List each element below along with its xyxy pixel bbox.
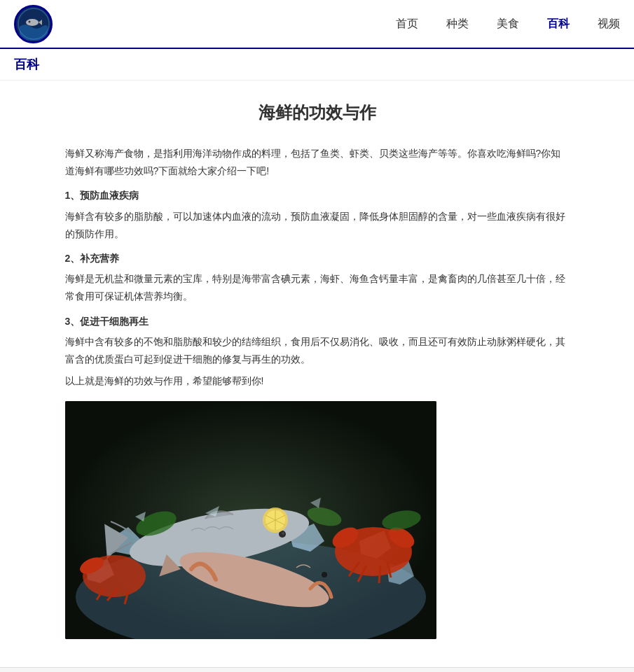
nav-encyclopedia[interactable]: 百科 bbox=[547, 17, 570, 31]
breadcrumb-bar: 百科 bbox=[0, 49, 634, 80]
section1-body: 海鲜含有较多的脂肪酸，可以加速体内血液的流动，预防血液凝固，降低身体胆固醇的含量… bbox=[65, 208, 570, 243]
main-content: 海鲜的功效与作 海鲜又称海产食物，是指利用海洋动物作成的料理，包括了鱼类、虾类、… bbox=[51, 102, 584, 639]
section3-body: 海鲜中含有较多的不饱和脂肪酸和较少的结缔组织，食用后不仅易消化、吸收，而且还可有… bbox=[65, 333, 570, 368]
section3-title: 3、促进干细胞再生 bbox=[65, 313, 570, 330]
nav-species[interactable]: 种类 bbox=[446, 17, 469, 31]
section2-title: 2、补充营养 bbox=[65, 250, 570, 267]
svg-point-3 bbox=[28, 21, 30, 23]
section1-title: 1、预防血液疾病 bbox=[65, 187, 570, 204]
section2-body: 海鲜是无机盐和微量元素的宝库，特别是海带富含碘元素，海虾、海鱼含钙量丰富，是禽畜… bbox=[65, 270, 570, 305]
logo-area bbox=[14, 5, 53, 43]
nav-home[interactable]: 首页 bbox=[396, 17, 418, 31]
site-header: 首页 种类 美食 百科 视频 bbox=[0, 0, 634, 49]
svg-line-25 bbox=[379, 566, 380, 583]
article-conclusion: 以上就是海鲜的功效与作用，希望能够帮到你! bbox=[65, 372, 570, 390]
site-footer: 海鲜美食网 @51CTO博客 bbox=[0, 667, 634, 672]
svg-point-1 bbox=[26, 19, 39, 26]
nav-food[interactable]: 美食 bbox=[497, 17, 519, 31]
svg-point-16 bbox=[282, 532, 284, 535]
article-body: 海鲜又称海产食物，是指利用海洋动物作成的料理，包括了鱼类、虾类、贝类这些海产等等… bbox=[65, 145, 570, 639]
nav-video[interactable]: 视频 bbox=[598, 17, 620, 31]
article-intro: 海鲜又称海产食物，是指利用海洋动物作成的料理，包括了鱼类、虾类、贝类这些海产等等… bbox=[65, 145, 570, 180]
svg-point-19 bbox=[322, 572, 327, 578]
site-logo bbox=[14, 5, 53, 43]
seafood-image bbox=[65, 401, 436, 639]
article-title: 海鲜的功效与作 bbox=[65, 102, 570, 124]
breadcrumb-label: 百科 bbox=[14, 57, 39, 71]
main-nav: 首页 种类 美食 百科 视频 bbox=[396, 17, 620, 31]
